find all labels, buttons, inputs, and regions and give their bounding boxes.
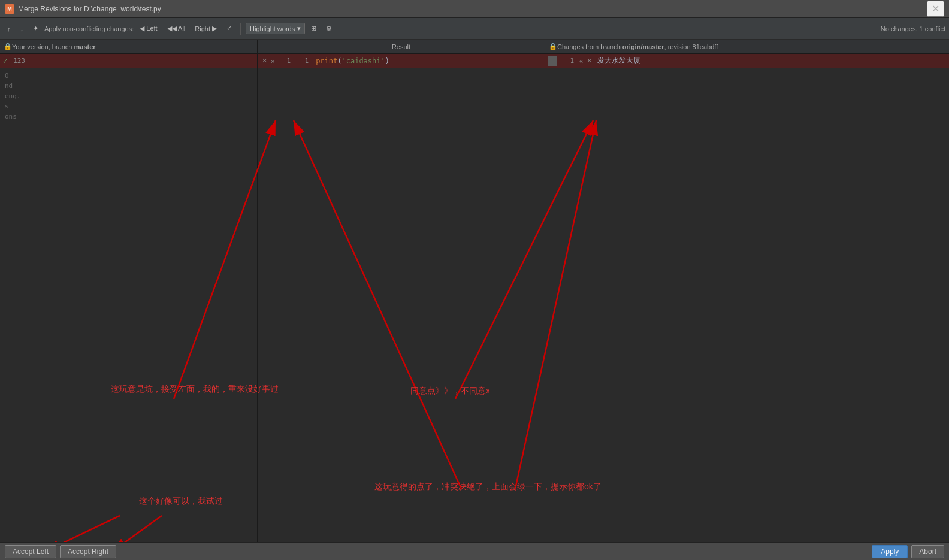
toolbar: ↑ ↓ ✦ Apply non-conflicting changes: ◀ L… (0, 18, 949, 40)
line-num-mid1: 1 (276, 57, 294, 65)
conflict-row-right: 1 « ✕ 发大水发大厦 (545, 54, 949, 68)
lock-icon: 🔒 (4, 43, 12, 50)
conflict-row-left: ✓ 123 (0, 54, 257, 68)
merge-window: M Merge Revisions for D:\change_world\te… (0, 0, 949, 560)
settings-button[interactable]: ⚙ (322, 23, 336, 34)
apply-right-label: Right (195, 25, 210, 32)
right-panel-header: 🔒 Changes from branch origin/master, rev… (545, 40, 949, 54)
status-left: Accept Left Accept Right (5, 545, 116, 558)
accept-right-conflict-button[interactable]: « (578, 57, 585, 65)
close-conflict-left-button[interactable]: ✕ (260, 57, 269, 65)
right-panel: 🔒 Changes from branch origin/master, rev… (545, 40, 949, 542)
accept-left-button[interactable]: Accept Left (5, 545, 56, 558)
left-line-ons: ons (0, 111, 257, 122)
highlight-words-label: Highlight words (250, 25, 295, 32)
chevron-down-icon: ▾ (297, 25, 301, 32)
left-line-nd: nd (0, 81, 257, 91)
up-button[interactable]: ↑ (4, 23, 14, 34)
code-string: 'caidashi' (341, 57, 385, 65)
line-num-mid2: 1 (294, 57, 312, 65)
right-panel-body[interactable] (545, 68, 949, 542)
middle-code-content: print('caidashi') (312, 57, 542, 65)
apply-left-button[interactable]: ◀ Left (136, 23, 161, 34)
separator (240, 23, 241, 35)
close-right-conflict-button[interactable]: ✕ (585, 57, 594, 65)
line-num-right: 1 (560, 57, 578, 65)
result-label: Result (392, 43, 410, 50)
left-panel: 🔒 Your version, branch master ✓ 123 0 nd… (0, 40, 258, 542)
status-right: Apply Abort (872, 545, 944, 558)
left-panel-header: 🔒 Your version, branch master (0, 40, 257, 54)
check-icon-left: ✓ (2, 57, 8, 65)
lock-icon-right: 🔒 (549, 43, 557, 50)
middle-panel-body[interactable] (258, 68, 545, 542)
magic-button[interactable]: ✦ (29, 23, 42, 34)
view-toggle-button[interactable]: ⊞ (307, 23, 320, 34)
middle-panel: Result ✕ » 1 1 print('caidashi') (258, 40, 545, 542)
down-button[interactable]: ↓ (17, 23, 28, 34)
code-keyword: print (316, 57, 337, 65)
highlight-words-dropdown[interactable]: Highlight words ▾ (246, 23, 305, 34)
line-number-left: 123 (11, 57, 29, 65)
apply-non-conflicting-label: Apply non-conflicting changes: (44, 25, 134, 32)
left-line-eng: eng. (0, 91, 257, 101)
apply-all-button[interactable]: ◀◀ All (164, 23, 189, 34)
main-area: 🔒 Your version, branch master ✓ 123 0 nd… (0, 40, 949, 542)
conflict-row-middle: ✕ » 1 1 print('caidashi') (258, 54, 545, 68)
accept-right-mark-button[interactable]: ✓ (223, 23, 235, 34)
left-line-0: 0 (0, 71, 257, 81)
accept-conflict-button[interactable]: » (269, 57, 276, 65)
left-panel-title: Your version, branch master (12, 43, 96, 50)
accept-right-button[interactable]: Accept Right (60, 545, 116, 558)
window-title: Merge Revisions for D:\change_world\test… (18, 5, 161, 13)
app-icon: M (5, 4, 14, 14)
abort-button[interactable]: Abort (911, 545, 944, 558)
left-panel-body[interactable]: 0 nd eng. s ons (0, 68, 257, 542)
title-bar-left: M Merge Revisions for D:\change_world\te… (5, 4, 161, 14)
right-panel-title: Changes from branch origin/master, revis… (557, 43, 718, 50)
status-text: No changes. 1 conflict (881, 25, 945, 32)
right-code-content: 发大水发大厦 (594, 56, 947, 66)
apply-right-button[interactable]: Right ▶ (191, 23, 220, 34)
right-conflict-marker (548, 56, 557, 66)
gear-icon: ⚙ (326, 25, 332, 32)
apply-button[interactable]: Apply (872, 545, 908, 558)
middle-panel-header: Result (258, 40, 545, 54)
title-bar: M Merge Revisions for D:\change_world\te… (0, 0, 949, 18)
status-bar: Accept Left Accept Right Apply Abort (0, 542, 949, 560)
left-line-s: s (0, 101, 257, 111)
close-button[interactable]: ✕ (927, 1, 944, 17)
